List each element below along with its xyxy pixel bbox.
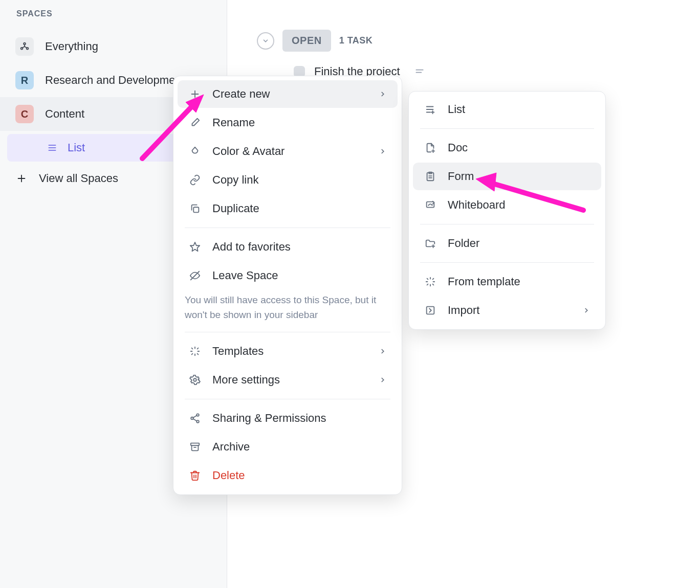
plus-icon [15,172,28,185]
link-icon [189,174,201,186]
whiteboard-icon [424,199,436,211]
sidebar-item-label: Research and Development [45,74,185,87]
eye-off-icon [189,269,201,282]
chevron-right-icon [379,148,386,155]
list-icon [46,142,58,154]
space-badge-r: R [15,71,34,89]
submenu-item-label: Whiteboard [448,198,506,212]
submenu-doc[interactable]: Doc [413,134,601,162]
submenu-whiteboard[interactable]: Whiteboard [413,191,601,219]
menu-item-label: Delete [212,469,245,482]
menu-divider [420,262,594,263]
sidebar-subitem-label: List [68,141,85,154]
submenu-import[interactable]: Import [413,297,601,324]
everything-icon [15,37,34,56]
submenu-folder[interactable]: Folder [413,230,601,257]
sparkles-icon [189,345,201,357]
task-menu-icon[interactable] [413,65,426,78]
sidebar-item-everything[interactable]: Everything [0,30,227,63]
sparkles-icon [424,276,436,288]
list-plus-icon [424,103,436,116]
menu-rename[interactable]: Rename [178,109,398,137]
copy-icon [189,202,201,215]
task-header: OPEN 1 TASK [257,30,700,52]
pencil-icon [189,117,201,129]
archive-icon [189,441,201,453]
share-icon [189,412,201,424]
task-count: 1 TASK [339,35,373,46]
svg-point-0 [24,43,26,45]
svg-rect-39 [427,307,434,314]
menu-duplicate[interactable]: Duplicate [178,195,398,222]
submenu-form[interactable]: Form [413,163,601,190]
folder-plus-icon [424,237,436,250]
menu-divider [185,228,390,228]
menu-archive[interactable]: Archive [178,433,398,461]
svg-rect-24 [191,443,200,446]
star-icon [189,241,201,253]
collapse-toggle[interactable] [257,32,274,50]
submenu-item-label: Doc [448,141,468,154]
chevron-right-icon [379,348,386,355]
leave-space-note: You will still have access to this Space… [173,290,402,327]
menu-divider [420,224,594,224]
menu-add-favorites[interactable]: Add to favorites [178,233,398,261]
menu-item-label: Archive [212,440,250,454]
menu-sharing[interactable]: Sharing & Permissions [178,404,398,432]
menu-color-avatar[interactable]: Color & Avatar [178,138,398,165]
chevron-right-icon [583,307,590,314]
menu-item-label: Create new [212,87,270,101]
plus-icon [189,88,201,100]
menu-item-label: Color & Avatar [212,145,285,158]
menu-create-new[interactable]: Create new [178,80,398,108]
menu-divider [185,399,390,399]
svg-line-22 [193,415,196,418]
menu-copy-link[interactable]: Copy link [178,166,398,194]
view-all-label: View all Spaces [39,172,118,185]
menu-item-label: Copy link [212,173,258,187]
menu-divider [185,332,390,332]
app: SPACES Everything R Research and Develop… [0,0,700,588]
menu-divider [420,128,594,129]
create-new-submenu: List Doc Form Whiteboard Fol [408,91,606,330]
svg-point-18 [193,378,196,381]
trash-icon [189,469,201,482]
submenu-list[interactable]: List [413,96,601,123]
svg-rect-36 [427,202,434,208]
svg-line-4 [22,47,25,48]
chevron-right-icon [379,376,386,383]
menu-item-label: Duplicate [212,202,259,215]
submenu-from-template[interactable]: From template [413,268,601,296]
import-icon [424,304,436,316]
menu-item-label: Templates [212,345,264,358]
gear-icon [189,374,201,386]
chevron-right-icon [379,91,386,98]
submenu-item-label: List [448,103,465,116]
submenu-item-label: From template [448,275,520,288]
space-badge-c: C [15,105,34,123]
sidebar-item-label: Content [45,107,84,121]
doc-plus-icon [424,142,436,154]
svg-line-5 [25,47,27,48]
menu-leave-space[interactable]: Leave Space [178,262,398,289]
menu-more-settings[interactable]: More settings [178,366,398,394]
menu-item-label: Sharing & Permissions [212,412,326,425]
svg-marker-16 [190,242,200,251]
menu-item-label: Add to favorites [212,240,291,254]
menu-item-label: Rename [212,116,255,129]
submenu-item-label: Import [448,304,479,317]
droplet-icon [189,145,201,157]
menu-item-label: Leave Space [212,269,278,282]
form-icon [424,170,436,183]
sidebar-header: SPACES [0,6,227,30]
sidebar-item-label: Everything [45,40,98,53]
submenu-item-label: Form [448,170,474,183]
status-badge[interactable]: OPEN [282,30,331,52]
menu-item-label: More settings [212,373,280,387]
menu-delete[interactable]: Delete [178,462,398,489]
menu-templates[interactable]: Templates [178,337,398,365]
svg-line-23 [193,419,196,421]
svg-rect-15 [193,207,199,212]
submenu-item-label: Folder [448,237,479,250]
context-menu: Create new Rename Color & Avatar C [173,76,402,495]
